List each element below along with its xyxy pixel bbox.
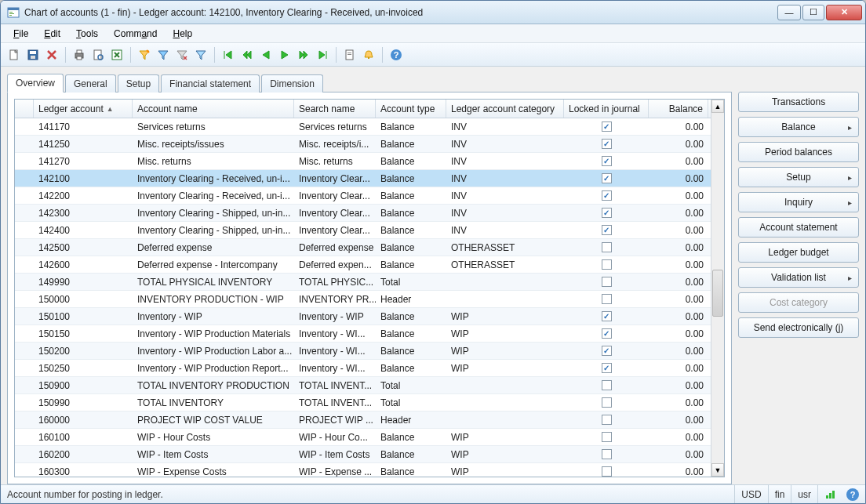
checkbox-icon[interactable] <box>602 466 612 477</box>
cell-category[interactable]: WIP <box>446 463 564 477</box>
cell-balance[interactable]: 0.00 <box>649 153 708 169</box>
table-row[interactable]: 142100Inventory Clearing - Received, un-… <box>15 170 711 187</box>
cell-balance[interactable]: 0.00 <box>649 412 708 428</box>
cell-locked[interactable] <box>564 394 649 411</box>
tab-overview[interactable]: Overview <box>7 74 64 92</box>
cell-ledger[interactable]: 142600 <box>34 256 133 273</box>
cell-ledger[interactable]: 150000 <box>34 291 133 307</box>
checkbox-icon[interactable] <box>602 380 612 390</box>
cell-balance[interactable]: 0.00 <box>649 343 708 359</box>
checkbox-icon[interactable] <box>602 432 612 442</box>
save-icon[interactable] <box>24 46 42 63</box>
cell-type[interactable]: Total <box>376 377 446 393</box>
checkbox-icon[interactable] <box>602 208 612 218</box>
status-help-icon[interactable]: ? <box>846 488 859 501</box>
cell-ledger[interactable]: 142100 <box>34 170 133 187</box>
table-row[interactable]: 160200WIP - Item CostsWIP - Item CostsBa… <box>15 446 711 463</box>
tab-setup[interactable]: Setup <box>118 74 159 92</box>
balance-button[interactable]: Balance▸ <box>738 117 859 137</box>
row-selector[interactable] <box>15 153 34 169</box>
tab-general[interactable]: General <box>65 74 116 92</box>
row-selector-header[interactable] <box>15 100 34 118</box>
checkbox-icon[interactable] <box>602 277 612 287</box>
cell-name[interactable]: Deferred expense - Intercompany <box>133 256 294 273</box>
tab-dimension[interactable]: Dimension <box>261 74 323 92</box>
cell-search[interactable]: Deferred expense <box>294 239 376 256</box>
filter-by-grid-icon[interactable] <box>155 46 172 63</box>
col-balance[interactable]: Balance <box>649 100 708 118</box>
cell-locked[interactable] <box>564 412 649 428</box>
cell-balance[interactable]: 0.00 <box>649 446 708 462</box>
cell-type[interactable]: Balance <box>376 325 446 342</box>
checkbox-icon[interactable] <box>602 449 612 459</box>
row-selector[interactable] <box>15 429 34 445</box>
clear-filter-icon[interactable] <box>173 46 191 63</box>
cell-search[interactable]: INVENTORY PR... <box>294 291 376 307</box>
cell-name[interactable]: Misc. returns <box>133 153 294 169</box>
cell-category[interactable] <box>446 377 564 393</box>
cell-search[interactable]: Inventory - WI... <box>294 360 376 376</box>
table-row[interactable]: 150200Inventory - WIP Production Labor a… <box>15 343 711 360</box>
cell-balance[interactable]: 0.00 <box>649 360 708 376</box>
cell-name[interactable]: Deferred expense <box>133 239 294 256</box>
row-selector[interactable] <box>15 360 34 376</box>
cell-balance[interactable]: 0.00 <box>649 308 708 325</box>
cell-search[interactable]: WIP - Expense ... <box>294 463 376 477</box>
cell-balance[interactable]: 0.00 <box>649 239 708 256</box>
advanced-filter-icon[interactable] <box>192 46 209 63</box>
cell-type[interactable]: Balance <box>376 343 446 359</box>
maximize-button[interactable]: ☐ <box>802 5 824 20</box>
table-row[interactable]: 142600Deferred expense - IntercompanyDef… <box>15 256 711 274</box>
cell-search[interactable]: Inventory - WIP <box>294 308 376 325</box>
cell-locked[interactable] <box>564 222 649 238</box>
cell-ledger[interactable]: 142400 <box>34 222 133 238</box>
cell-locked[interactable] <box>564 308 649 325</box>
cell-balance[interactable]: 0.00 <box>649 187 708 204</box>
cell-search[interactable]: PROJECT WIP ... <box>294 412 376 428</box>
cell-category[interactable]: WIP <box>446 325 564 342</box>
menu-file[interactable]: File <box>7 27 35 41</box>
send-electronically-button[interactable]: Send electronically (j) <box>738 317 859 338</box>
row-selector[interactable] <box>15 239 34 256</box>
cell-name[interactable]: TOTAL PHYSICAL INVENTORY <box>133 274 294 290</box>
cell-balance[interactable]: 0.00 <box>649 222 708 238</box>
cell-ledger[interactable]: 150100 <box>34 308 133 325</box>
cell-balance[interactable]: 0.00 <box>649 136 708 152</box>
next-page-icon[interactable] <box>295 46 312 63</box>
row-selector[interactable] <box>15 412 34 428</box>
cell-type[interactable]: Balance <box>376 205 446 221</box>
row-selector[interactable] <box>15 256 34 273</box>
cell-type[interactable]: Balance <box>376 187 446 204</box>
cell-ledger[interactable]: 160000 <box>34 412 133 428</box>
close-button[interactable]: ✕ <box>826 5 862 20</box>
cell-balance[interactable]: 0.00 <box>649 429 708 445</box>
cell-category[interactable]: INV <box>446 118 564 135</box>
checkbox-icon[interactable] <box>602 190 612 201</box>
cell-locked[interactable] <box>564 187 649 204</box>
filter-by-field-icon[interactable] <box>136 46 153 63</box>
table-row[interactable]: 141170Services returnsServices returnsBa… <box>15 118 711 136</box>
cell-type[interactable]: Balance <box>376 118 446 135</box>
cell-balance[interactable]: 0.00 <box>649 274 708 290</box>
transactions-button[interactable]: Transactions <box>738 92 859 112</box>
cell-search[interactable]: Inventory Clear... <box>294 187 376 204</box>
menu-help[interactable]: Help <box>166 27 198 41</box>
col-search-name[interactable]: Search name <box>294 100 376 118</box>
cell-name[interactable]: Inventory Clearing - Received, un-i... <box>133 170 294 187</box>
cell-locked[interactable] <box>564 463 649 477</box>
checkbox-icon[interactable] <box>602 311 612 321</box>
cell-locked[interactable] <box>564 429 649 445</box>
cell-balance[interactable]: 0.00 <box>649 118 708 135</box>
minimize-button[interactable]: — <box>777 5 801 20</box>
cell-name[interactable]: Inventory - WIP Production Materials <box>133 325 294 342</box>
table-row[interactable]: 160300WIP - Expense CostsWIP - Expense .… <box>15 463 711 477</box>
validation-list-button[interactable]: Validation list▸ <box>738 267 859 288</box>
first-record-icon[interactable] <box>220 46 237 63</box>
cell-balance[interactable]: 0.00 <box>649 205 708 221</box>
cell-category[interactable]: INV <box>446 170 564 187</box>
setup-button[interactable]: Setup▸ <box>738 167 859 187</box>
cell-name[interactable]: Inventory - WIP Production Report... <box>133 360 294 376</box>
row-selector[interactable] <box>15 187 34 204</box>
cell-ledger[interactable]: 150900 <box>34 377 133 393</box>
cell-category[interactable]: INV <box>446 222 564 238</box>
